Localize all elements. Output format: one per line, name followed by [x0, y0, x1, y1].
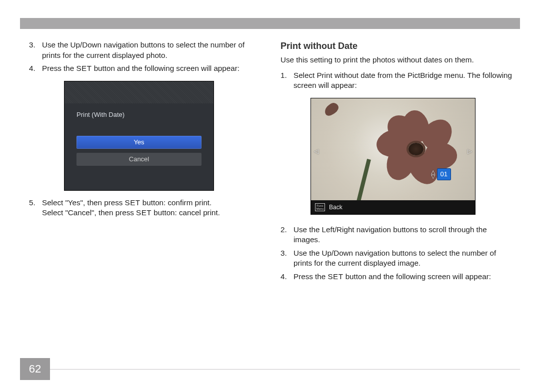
list-item: 2. Use the Left/Right navigation buttons… — [280, 225, 512, 245]
section-heading: Print without Date — [280, 40, 512, 52]
step-number: 4. — [29, 63, 42, 74]
page-number: 62 — [20, 358, 50, 380]
nav-right-icon[interactable]: ▷ — [468, 147, 472, 155]
dialog-pane: Print (With Date) Yes Cancel — [64, 103, 214, 190]
list-item: 4. Press the SET button and the followin… — [280, 272, 512, 282]
list-item: 4. Press the SET button and the followin… — [29, 63, 260, 74]
camera-screen-print-with-date: Print (With Date) Yes Cancel — [64, 81, 214, 191]
text-fragment: button: cancel print. — [152, 208, 220, 217]
step-text: Use the Left/Right navigation buttons to… — [294, 225, 512, 245]
text-fragment: Select "Yes", then press — [42, 198, 125, 207]
nav-left-icon[interactable]: ◁ — [314, 147, 318, 155]
left-column: 3. Use the Up/Down navigation buttons to… — [29, 40, 260, 285]
option-yes[interactable]: Yes — [76, 136, 202, 149]
print-count-box: △▽ 01 — [431, 168, 451, 180]
step-number: 5. — [29, 198, 42, 218]
up-down-icon[interactable]: △▽ — [431, 170, 435, 179]
func-bot-text: Menu — [316, 207, 324, 210]
screen-texture — [64, 81, 214, 103]
flower-stem — [354, 159, 371, 200]
text-fragment: Press the — [294, 272, 328, 281]
bottom-bar: Func Menu Back — [311, 200, 475, 214]
list-item: 1. Select Print without date from the Pi… — [280, 70, 512, 91]
func-menu-icon[interactable]: Func Menu — [315, 203, 325, 211]
step-text: Press the SET button and the following s… — [294, 272, 491, 282]
step-text: Select Print without date from the PictB… — [294, 70, 512, 91]
text-fragment: Select "Cancel", then press — [42, 208, 136, 217]
option-cancel[interactable]: Cancel — [76, 153, 202, 166]
manual-page: 3. Use the Up/Down navigation buttons to… — [0, 0, 540, 392]
print-count-value: 01 — [437, 168, 451, 180]
text-fragment: button and the following screen will app… — [343, 272, 491, 281]
step-number: 1. — [280, 70, 294, 91]
list-item: 3. Use the Up/Down navigation buttons to… — [29, 40, 260, 60]
step-text: Select "Yes", then press SET button: con… — [42, 198, 220, 218]
step-number: 3. — [29, 40, 42, 60]
dialog-title: Print (With Date) — [76, 110, 202, 119]
section-intro: Use this setting to print the photos wit… — [280, 55, 512, 65]
step-text: Use the Up/Down navigation buttons to se… — [294, 248, 512, 269]
two-column-layout: 3. Use the Up/Down navigation buttons to… — [29, 40, 512, 285]
header-bar — [20, 18, 520, 29]
set-label: SET — [136, 208, 152, 217]
text-fragment: button: confirm print. — [140, 198, 212, 207]
preview-photo: ◁ ▷ △▽ 01 — [311, 98, 475, 200]
set-label: SET — [76, 64, 92, 72]
step-number: 3. — [280, 248, 294, 269]
text-fragment: button and the following screen will app… — [92, 64, 240, 72]
right-column: Print without Date Use this setting to p… — [280, 40, 512, 285]
left-step-list-continued: 5. Select "Yes", then press SET button: … — [29, 198, 260, 218]
left-step-list: 3. Use the Up/Down navigation buttons to… — [29, 40, 260, 74]
list-item: 3. Use the Up/Down navigation buttons to… — [280, 248, 512, 269]
flower-bud — [322, 101, 340, 118]
step-number: 2. — [280, 225, 294, 245]
text-fragment: Press the — [42, 64, 76, 72]
set-label: SET — [125, 198, 140, 207]
set-label: SET — [328, 272, 343, 281]
right-step-list: 1. Select Print without date from the Pi… — [280, 70, 512, 91]
list-item: 5. Select "Yes", then press SET button: … — [29, 198, 260, 218]
back-label: Back — [329, 203, 342, 211]
step-text: Use the Up/Down navigation buttons to se… — [42, 40, 260, 60]
camera-screen-photo-preview: ◁ ▷ △▽ 01 Func Menu Back — [310, 98, 476, 215]
step-number: 4. — [280, 272, 294, 282]
right-step-list-continued: 2. Use the Left/Right navigation buttons… — [280, 225, 512, 282]
footer-rule — [50, 369, 520, 370]
step-text: Press the SET button and the following s… — [42, 63, 240, 74]
